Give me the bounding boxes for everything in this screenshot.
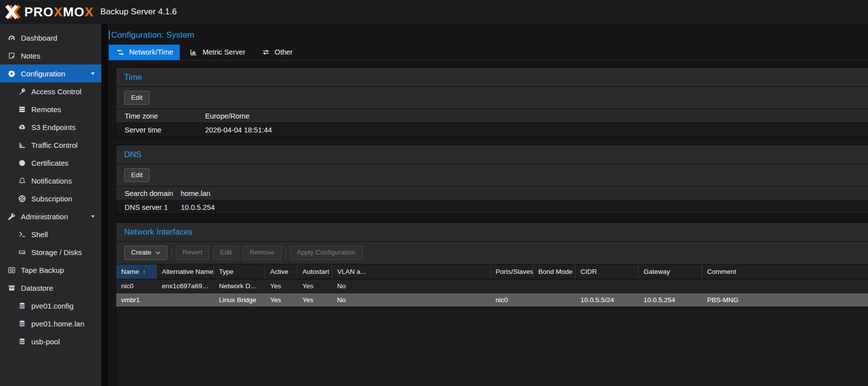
network-heading: Network Interfaces (116, 223, 868, 242)
interfaces-table-header: Name↑Alternative NamesTypeActiveAutostar… (116, 264, 868, 279)
column-header-autostart[interactable]: Autostart (297, 264, 332, 279)
network-interfaces-panel: Network Interfaces Create Revert Edit Re… (116, 222, 868, 386)
tab-bar: Network/TimeMetric ServerOther (108, 44, 868, 61)
gauge-icon (6, 34, 16, 42)
field-value: Europe/Rome (205, 112, 249, 120)
sidebar-item-label: pve01.home.lan (31, 320, 84, 328)
dns-row-search-domain: Search domainhome.lan (116, 187, 868, 200)
sidebar-item-administration[interactable]: Administration (0, 207, 101, 225)
edit-button[interactable]: Edit (213, 246, 238, 259)
field-value: 2026-04-04 18:51:44 (205, 126, 272, 134)
sidebar-item-shell[interactable]: Shell (0, 225, 101, 243)
interface-row-vmbr1[interactable]: vmbr1Linux BridgeYesYesNonic010.0.5.5/24… (116, 293, 868, 307)
page-title: Configuration: System (108, 24, 868, 44)
sidebar-splitter[interactable] (101, 24, 108, 386)
proxmox-logo: PROXMOX (5, 4, 94, 20)
sidebar-item-tape-backup[interactable]: Tape Backup (0, 261, 101, 279)
sidebar-item-dashboard[interactable]: Dashboard (0, 29, 101, 47)
chevron-down-icon (155, 251, 160, 255)
cell-ports-slaves: nic0 (491, 296, 533, 304)
time-edit-button[interactable]: Edit (124, 91, 149, 105)
exchange-icon (115, 48, 125, 56)
server-stack-icon (17, 105, 27, 113)
sidebar-item-remotes[interactable]: Remotes (0, 100, 101, 118)
dns-rows: Search domainhome.lanDNS server 110.0.5.… (116, 187, 868, 214)
sidebar-item-certificates[interactable]: Certificates (0, 154, 101, 172)
bell-icon (17, 177, 27, 185)
database-icon (17, 320, 27, 327)
tab-label: Network/Time (129, 48, 173, 56)
sidebar-item-access-control[interactable]: Access Control (0, 82, 101, 100)
sidebar-item-label: Configuration (21, 69, 65, 78)
create-button-label: Create (131, 248, 151, 257)
column-header-bond-mode[interactable]: Bond Mode (533, 264, 576, 279)
sidebar-item-configuration[interactable]: Configuration (0, 64, 101, 82)
cell-alternative-names: enx1c697a69b20b (157, 282, 214, 290)
brand-wordmark: PROXMOX (24, 5, 94, 18)
sidebar-item-storage-disks[interactable]: Storage / Disks (0, 243, 101, 261)
field-label: Server time (125, 126, 205, 134)
sidebar-item-label: Remotes (31, 105, 61, 114)
tape-icon (6, 266, 16, 274)
tab-other[interactable]: Other (254, 45, 299, 60)
sidebar-item-label: Administration (21, 212, 68, 221)
tab-network-time[interactable]: Network/Time (109, 45, 180, 60)
sidebar-item-datastore[interactable]: Datastore (0, 279, 101, 297)
dns-row-dns-server-1: DNS server 110.0.5.254 (116, 200, 868, 214)
column-header-name[interactable]: Name↑ (116, 264, 157, 279)
main-content: Configuration: System Network/TimeMetric… (108, 24, 868, 386)
field-label: Time zone (125, 112, 205, 120)
sliders-icon (261, 48, 271, 56)
key-icon (17, 87, 27, 95)
dns-edit-button[interactable]: Edit (124, 168, 149, 182)
column-header-ports-slaves[interactable]: Ports/Slaves (491, 264, 533, 279)
time-toolbar: Edit (116, 87, 868, 109)
sidebar-item-label: Storage / Disks (31, 248, 82, 257)
column-header-vlan-a[interactable]: VLAN a... (332, 264, 491, 279)
gear-icon (6, 69, 16, 77)
revert-button[interactable]: Revert (176, 246, 210, 259)
tab-label: Other (275, 48, 292, 56)
cell-cidr: 10.0.5.5/24 (576, 296, 639, 304)
note-icon (6, 52, 16, 60)
sidebar-item-label: Notifications (31, 177, 72, 185)
time-rows: Time zoneEurope/RomeServer time2026-04-0… (116, 109, 868, 137)
column-header-gateway[interactable]: Gateway (639, 264, 702, 279)
cell-autostart: Yes (297, 282, 332, 290)
interfaces-table-body: nic0enx1c697a69b20bNetwork DeviceYesYesN… (116, 279, 868, 386)
cell-autostart: Yes (297, 296, 332, 304)
remove-button[interactable]: Remove (243, 246, 282, 259)
column-header-type[interactable]: Type (214, 264, 265, 279)
sidebar-item-pve01-home-lan[interactable]: pve01.home.lan (0, 315, 101, 332)
column-header-cidr[interactable]: CIDR (576, 264, 639, 279)
sidebar-item-notes[interactable]: Notes (0, 47, 101, 64)
column-header-active[interactable]: Active (265, 264, 297, 279)
sidebar-item-label: Subscription (31, 194, 72, 203)
cloud-upload-icon (17, 123, 27, 131)
column-header-alternative-names[interactable]: Alternative Names (157, 264, 214, 279)
sidebar-item-s3-endpoints[interactable]: S3 Endpoints (0, 118, 101, 136)
sidebar-item-notifications[interactable]: Notifications (0, 172, 101, 190)
sidebar-item-subscription[interactable]: Subscription (0, 190, 101, 207)
field-value: home.lan (181, 190, 211, 197)
interface-row-nic0[interactable]: nic0enx1c697a69b20bNetwork DeviceYesYesN… (116, 279, 868, 293)
sidebar: DashboardNotesConfigurationAccess Contro… (0, 24, 101, 386)
archive-box-icon (6, 284, 16, 292)
cell-name: nic0 (116, 282, 157, 290)
sidebar-item-usb-pool[interactable]: usb-pool (0, 332, 101, 350)
sidebar-item-traffic-control[interactable]: Traffic Control (0, 136, 101, 154)
database-icon (17, 302, 27, 310)
wrench-icon (6, 212, 16, 220)
sidebar-item-pve01-config[interactable]: pve01.config (0, 297, 101, 315)
app-body: DashboardNotesConfigurationAccess Contro… (0, 24, 868, 386)
panels: Time Edit Time zoneEurope/RomeServer tim… (108, 61, 868, 386)
apply-configuration-button[interactable]: Apply Configuration (290, 246, 362, 259)
column-header-comment[interactable]: Comment (702, 264, 868, 279)
sidebar-item-label: Traffic Control (31, 141, 77, 149)
tab-metric-server[interactable]: Metric Server (182, 45, 252, 60)
create-button[interactable]: Create (124, 246, 167, 259)
time-heading: Time (116, 68, 868, 87)
sidebar-item-label: Certificates (31, 159, 69, 167)
hdd-icon (17, 248, 27, 256)
cell-active: Yes (265, 296, 297, 304)
